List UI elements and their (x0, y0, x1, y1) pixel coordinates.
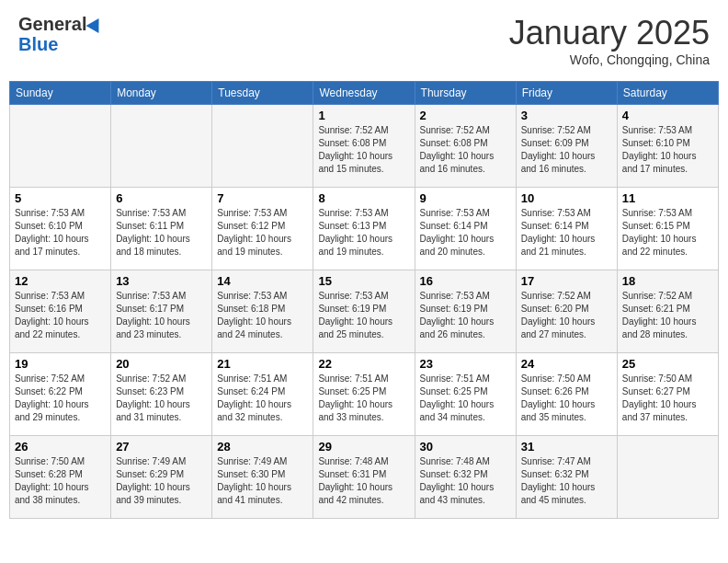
day-number: 17 (521, 274, 612, 288)
day-number: 25 (622, 357, 713, 371)
calendar-cell: 16Sunrise: 7:53 AM Sunset: 6:19 PM Dayli… (415, 270, 516, 353)
day-info: Sunrise: 7:53 AM Sunset: 6:13 PM Dayligh… (318, 208, 392, 257)
day-number: 7 (217, 191, 308, 205)
day-info: Sunrise: 7:53 AM Sunset: 6:17 PM Dayligh… (116, 291, 190, 339)
day-number: 14 (217, 274, 308, 288)
day-info: Sunrise: 7:53 AM Sunset: 6:19 PM Dayligh… (420, 291, 495, 339)
calendar-cell: 6Sunrise: 7:53 AM Sunset: 6:11 PM Daylig… (111, 188, 212, 270)
header: General Blue January 2025 Wofo, Chongqin… (9, 9, 719, 72)
day-number: 31 (521, 440, 612, 454)
day-info: Sunrise: 7:53 AM Sunset: 6:10 PM Dayligh… (15, 208, 89, 257)
calendar-table: SundayMondayTuesdayWednesdayThursdayFrid… (9, 81, 719, 519)
calendar-cell: 2Sunrise: 7:52 AM Sunset: 6:08 PM Daylig… (415, 105, 516, 188)
day-info: Sunrise: 7:51 AM Sunset: 6:24 PM Dayligh… (217, 373, 291, 422)
calendar-cell: 21Sunrise: 7:51 AM Sunset: 6:24 PM Dayli… (212, 353, 313, 436)
day-info: Sunrise: 7:53 AM Sunset: 6:15 PM Dayligh… (622, 208, 697, 257)
day-number: 1 (318, 109, 409, 122)
calendar-title: January 2025 (509, 14, 710, 52)
day-info: Sunrise: 7:52 AM Sunset: 6:22 PM Dayligh… (15, 373, 89, 422)
calendar-cell: 20Sunrise: 7:52 AM Sunset: 6:23 PM Dayli… (111, 353, 212, 436)
day-number: 18 (622, 274, 713, 288)
column-header-thursday: Thursday (415, 82, 516, 105)
calendar-cell: 13Sunrise: 7:53 AM Sunset: 6:17 PM Dayli… (111, 270, 212, 353)
calendar-cell: 10Sunrise: 7:53 AM Sunset: 6:14 PM Dayli… (516, 188, 617, 270)
day-number: 19 (15, 357, 106, 371)
day-info: Sunrise: 7:52 AM Sunset: 6:23 PM Dayligh… (116, 373, 190, 422)
day-number: 28 (217, 440, 308, 454)
calendar-cell: 7Sunrise: 7:53 AM Sunset: 6:12 PM Daylig… (212, 188, 313, 270)
calendar-cell: 15Sunrise: 7:53 AM Sunset: 6:19 PM Dayli… (313, 270, 415, 353)
day-info: Sunrise: 7:49 AM Sunset: 6:30 PM Dayligh… (217, 456, 291, 505)
calendar-cell: 17Sunrise: 7:52 AM Sunset: 6:20 PM Dayli… (516, 270, 617, 353)
calendar-cell: 25Sunrise: 7:50 AM Sunset: 6:27 PM Dayli… (617, 353, 718, 436)
day-number: 4 (622, 109, 713, 122)
day-number: 15 (318, 274, 409, 288)
calendar-cell: 22Sunrise: 7:51 AM Sunset: 6:25 PM Dayli… (313, 353, 415, 436)
calendar-cell: 23Sunrise: 7:51 AM Sunset: 6:25 PM Dayli… (415, 353, 516, 436)
calendar-cell: 1Sunrise: 7:52 AM Sunset: 6:08 PM Daylig… (313, 105, 415, 188)
calendar-cell: 3Sunrise: 7:52 AM Sunset: 6:09 PM Daylig… (516, 105, 617, 188)
day-number: 6 (116, 191, 207, 205)
calendar-cell: 27Sunrise: 7:49 AM Sunset: 6:29 PM Dayli… (111, 436, 212, 519)
calendar-cell: 30Sunrise: 7:48 AM Sunset: 6:32 PM Dayli… (415, 436, 516, 519)
day-info: Sunrise: 7:53 AM Sunset: 6:18 PM Dayligh… (217, 291, 291, 339)
column-header-sunday: Sunday (10, 82, 111, 105)
day-number: 20 (116, 357, 207, 371)
column-header-wednesday: Wednesday (313, 82, 415, 105)
day-info: Sunrise: 7:51 AM Sunset: 6:25 PM Dayligh… (420, 373, 495, 422)
calendar-cell (10, 105, 111, 188)
day-number: 30 (420, 440, 511, 454)
day-number: 5 (15, 191, 106, 205)
calendar-cell: 12Sunrise: 7:53 AM Sunset: 6:16 PM Dayli… (10, 270, 111, 353)
logo: General Blue (18, 14, 103, 54)
day-info: Sunrise: 7:50 AM Sunset: 6:28 PM Dayligh… (15, 456, 89, 505)
day-info: Sunrise: 7:52 AM Sunset: 6:09 PM Dayligh… (521, 125, 596, 174)
day-info: Sunrise: 7:51 AM Sunset: 6:25 PM Dayligh… (318, 373, 392, 422)
day-info: Sunrise: 7:53 AM Sunset: 6:16 PM Dayligh… (15, 291, 89, 339)
calendar-cell: 8Sunrise: 7:53 AM Sunset: 6:13 PM Daylig… (313, 188, 415, 270)
calendar-cell: 28Sunrise: 7:49 AM Sunset: 6:30 PM Dayli… (212, 436, 313, 519)
day-info: Sunrise: 7:47 AM Sunset: 6:32 PM Dayligh… (521, 456, 596, 505)
day-info: Sunrise: 7:53 AM Sunset: 6:12 PM Dayligh… (217, 208, 291, 257)
day-number: 11 (622, 191, 713, 205)
column-header-monday: Monday (111, 82, 212, 105)
calendar-cell: 11Sunrise: 7:53 AM Sunset: 6:15 PM Dayli… (617, 188, 718, 270)
day-number: 27 (116, 440, 207, 454)
header-row: SundayMondayTuesdayWednesdayThursdayFrid… (10, 82, 719, 105)
column-header-saturday: Saturday (617, 82, 718, 105)
logo-general-text: General (18, 14, 86, 34)
day-info: Sunrise: 7:53 AM Sunset: 6:19 PM Dayligh… (318, 291, 392, 339)
calendar-cell: 31Sunrise: 7:47 AM Sunset: 6:32 PM Dayli… (516, 436, 617, 519)
day-info: Sunrise: 7:48 AM Sunset: 6:32 PM Dayligh… (420, 456, 495, 505)
day-number: 22 (318, 357, 409, 371)
day-info: Sunrise: 7:53 AM Sunset: 6:14 PM Dayligh… (521, 208, 596, 257)
day-number: 2 (420, 109, 511, 122)
day-info: Sunrise: 7:50 AM Sunset: 6:27 PM Dayligh… (622, 373, 697, 422)
calendar-cell (617, 436, 718, 519)
day-number: 12 (15, 274, 106, 288)
day-info: Sunrise: 7:52 AM Sunset: 6:21 PM Dayligh… (622, 291, 697, 339)
calendar-cell: 4Sunrise: 7:53 AM Sunset: 6:10 PM Daylig… (617, 105, 718, 188)
calendar-subtitle: Wofo, Chongqing, China (509, 52, 710, 67)
day-number: 26 (15, 440, 106, 454)
day-number: 23 (420, 357, 511, 371)
day-info: Sunrise: 7:52 AM Sunset: 6:08 PM Dayligh… (318, 125, 392, 174)
calendar-cell: 19Sunrise: 7:52 AM Sunset: 6:22 PM Dayli… (10, 353, 111, 436)
calendar-cell: 18Sunrise: 7:52 AM Sunset: 6:21 PM Dayli… (617, 270, 718, 353)
day-number: 24 (521, 357, 612, 371)
calendar-cell: 29Sunrise: 7:48 AM Sunset: 6:31 PM Dayli… (313, 436, 415, 519)
logo-blue-text: Blue (18, 34, 58, 54)
calendar-week-3: 12Sunrise: 7:53 AM Sunset: 6:16 PM Dayli… (10, 270, 719, 353)
calendar-week-4: 19Sunrise: 7:52 AM Sunset: 6:22 PM Dayli… (10, 353, 719, 436)
logo-triangle-icon (86, 15, 106, 33)
calendar-cell (111, 105, 212, 188)
day-info: Sunrise: 7:53 AM Sunset: 6:10 PM Dayligh… (622, 125, 697, 174)
day-info: Sunrise: 7:50 AM Sunset: 6:26 PM Dayligh… (521, 373, 596, 422)
day-number: 8 (318, 191, 409, 205)
day-number: 3 (521, 109, 612, 122)
day-info: Sunrise: 7:49 AM Sunset: 6:29 PM Dayligh… (116, 456, 190, 505)
calendar-cell: 5Sunrise: 7:53 AM Sunset: 6:10 PM Daylig… (10, 188, 111, 270)
day-info: Sunrise: 7:52 AM Sunset: 6:20 PM Dayligh… (521, 291, 596, 339)
calendar-cell: 24Sunrise: 7:50 AM Sunset: 6:26 PM Dayli… (516, 353, 617, 436)
day-info: Sunrise: 7:53 AM Sunset: 6:14 PM Dayligh… (420, 208, 495, 257)
